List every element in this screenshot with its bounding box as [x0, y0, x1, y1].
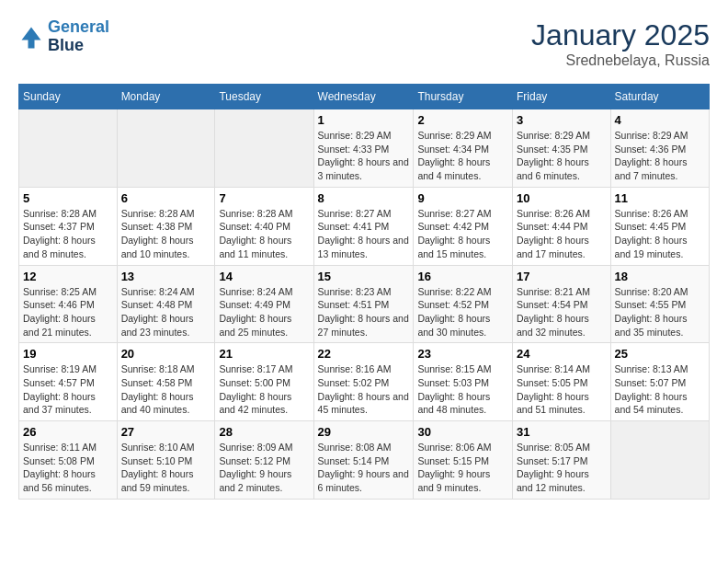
day-number: 29 [318, 425, 410, 439]
day-info: Sunrise: 8:23 AMSunset: 4:51 PMDaylight:… [318, 285, 410, 339]
logo-icon [18, 24, 44, 50]
day-info: Sunrise: 8:20 AMSunset: 4:55 PMDaylight:… [615, 285, 705, 339]
day-number: 2 [417, 113, 508, 127]
calendar-cell: 3Sunrise: 8:29 AMSunset: 4:35 PMDaylight… [512, 109, 610, 188]
day-info: Sunrise: 8:27 AMSunset: 4:42 PMDaylight:… [417, 207, 508, 261]
calendar-cell: 16Sunrise: 8:22 AMSunset: 4:52 PMDayligh… [414, 265, 513, 343]
calendar-cell: 27Sunrise: 8:10 AMSunset: 5:10 PMDayligh… [117, 421, 215, 500]
calendar-cell: 28Sunrise: 8:09 AMSunset: 5:12 PMDayligh… [215, 421, 313, 500]
day-info: Sunrise: 8:21 AMSunset: 4:54 PMDaylight:… [517, 285, 607, 339]
day-number: 17 [517, 270, 607, 283]
weekday-header: Wednesday [313, 85, 414, 109]
day-number: 12 [23, 270, 113, 283]
logo-text: General Blue [48, 18, 109, 55]
day-number: 14 [219, 270, 309, 283]
day-info: Sunrise: 8:29 AMSunset: 4:33 PMDaylight:… [318, 129, 410, 183]
day-number: 20 [121, 347, 211, 361]
calendar-cell [610, 421, 709, 500]
day-info: Sunrise: 8:22 AMSunset: 4:52 PMDaylight:… [417, 285, 508, 339]
calendar-cell: 26Sunrise: 8:11 AMSunset: 5:08 PMDayligh… [19, 421, 118, 500]
day-number: 27 [121, 425, 211, 439]
day-number: 1 [318, 113, 410, 127]
day-info: Sunrise: 8:19 AMSunset: 4:57 PMDaylight:… [23, 362, 113, 417]
day-number: 23 [417, 347, 508, 361]
calendar-cell: 30Sunrise: 8:06 AMSunset: 5:15 PMDayligh… [414, 421, 513, 500]
calendar-week-row: 26Sunrise: 8:11 AMSunset: 5:08 PMDayligh… [19, 421, 710, 500]
day-number: 4 [615, 113, 705, 127]
calendar-cell: 21Sunrise: 8:17 AMSunset: 5:00 PMDayligh… [215, 343, 313, 421]
day-info: Sunrise: 8:26 AMSunset: 4:45 PMDaylight:… [615, 207, 705, 261]
calendar-cell: 7Sunrise: 8:28 AMSunset: 4:40 PMDaylight… [215, 187, 313, 265]
day-number: 9 [417, 191, 508, 205]
day-number: 13 [121, 270, 211, 283]
calendar-cell: 8Sunrise: 8:27 AMSunset: 4:41 PMDaylight… [313, 187, 414, 265]
day-info: Sunrise: 8:16 AMSunset: 5:02 PMDaylight:… [318, 362, 410, 417]
weekday-header: Friday [512, 85, 610, 109]
calendar-cell: 1Sunrise: 8:29 AMSunset: 4:33 PMDaylight… [313, 109, 414, 188]
svg-marker-0 [22, 27, 41, 48]
calendar-cell: 20Sunrise: 8:18 AMSunset: 4:58 PMDayligh… [117, 343, 215, 421]
calendar-cell: 10Sunrise: 8:26 AMSunset: 4:44 PMDayligh… [512, 187, 610, 265]
day-info: Sunrise: 8:17 AMSunset: 5:00 PMDaylight:… [219, 362, 309, 417]
calendar-cell: 31Sunrise: 8:05 AMSunset: 5:17 PMDayligh… [512, 421, 610, 500]
calendar-week-row: 5Sunrise: 8:28 AMSunset: 4:37 PMDaylight… [19, 187, 710, 265]
day-info: Sunrise: 8:28 AMSunset: 4:40 PMDaylight:… [219, 207, 309, 261]
day-info: Sunrise: 8:15 AMSunset: 5:03 PMDaylight:… [417, 362, 508, 417]
calendar-cell: 13Sunrise: 8:24 AMSunset: 4:48 PMDayligh… [117, 265, 215, 343]
day-number: 19 [23, 347, 113, 361]
weekday-header: Thursday [414, 85, 513, 109]
calendar-week-row: 19Sunrise: 8:19 AMSunset: 4:57 PMDayligh… [19, 343, 710, 421]
day-number: 8 [318, 191, 410, 205]
day-number: 3 [517, 113, 607, 127]
calendar-cell: 2Sunrise: 8:29 AMSunset: 4:34 PMDaylight… [414, 109, 513, 188]
day-number: 25 [615, 347, 705, 361]
day-info: Sunrise: 8:06 AMSunset: 5:15 PMDaylight:… [417, 441, 508, 495]
calendar-cell: 14Sunrise: 8:24 AMSunset: 4:49 PMDayligh… [215, 265, 313, 343]
calendar-cell: 4Sunrise: 8:29 AMSunset: 4:36 PMDaylight… [610, 109, 709, 188]
day-number: 7 [219, 191, 309, 205]
day-info: Sunrise: 8:29 AMSunset: 4:36 PMDaylight:… [615, 129, 705, 183]
calendar-cell: 23Sunrise: 8:15 AMSunset: 5:03 PMDayligh… [414, 343, 513, 421]
day-info: Sunrise: 8:26 AMSunset: 4:44 PMDaylight:… [517, 207, 607, 261]
day-info: Sunrise: 8:24 AMSunset: 4:49 PMDaylight:… [219, 285, 309, 339]
day-info: Sunrise: 8:27 AMSunset: 4:41 PMDaylight:… [318, 207, 410, 261]
day-number: 6 [121, 191, 211, 205]
day-number: 11 [615, 191, 705, 205]
calendar-cell: 25Sunrise: 8:13 AMSunset: 5:07 PMDayligh… [610, 343, 709, 421]
calendar-cell [19, 109, 118, 188]
title-block: January 2025 Srednebelaya, Russia [531, 18, 710, 69]
day-number: 16 [417, 270, 508, 283]
weekday-header: Monday [117, 85, 215, 109]
page-header: General Blue January 2025 Srednebelaya, … [18, 18, 710, 69]
weekday-header: Tuesday [215, 85, 313, 109]
calendar-week-row: 1Sunrise: 8:29 AMSunset: 4:33 PMDaylight… [19, 109, 710, 188]
day-info: Sunrise: 8:09 AMSunset: 5:12 PMDaylight:… [219, 441, 309, 495]
day-number: 21 [219, 347, 309, 361]
day-info: Sunrise: 8:18 AMSunset: 4:58 PMDaylight:… [121, 362, 211, 417]
day-number: 18 [615, 270, 705, 283]
calendar-cell: 17Sunrise: 8:21 AMSunset: 4:54 PMDayligh… [512, 265, 610, 343]
day-info: Sunrise: 8:05 AMSunset: 5:17 PMDaylight:… [517, 441, 607, 495]
day-number: 26 [23, 425, 113, 439]
calendar-week-row: 12Sunrise: 8:25 AMSunset: 4:46 PMDayligh… [19, 265, 710, 343]
calendar-cell [215, 109, 313, 188]
calendar-cell: 5Sunrise: 8:28 AMSunset: 4:37 PMDaylight… [19, 187, 118, 265]
day-number: 24 [517, 347, 607, 361]
day-info: Sunrise: 8:14 AMSunset: 5:05 PMDaylight:… [517, 362, 607, 417]
day-info: Sunrise: 8:28 AMSunset: 4:37 PMDaylight:… [23, 207, 113, 261]
day-number: 15 [318, 270, 410, 283]
day-info: Sunrise: 8:29 AMSunset: 4:35 PMDaylight:… [517, 129, 607, 183]
day-info: Sunrise: 8:24 AMSunset: 4:48 PMDaylight:… [121, 285, 211, 339]
day-number: 31 [517, 425, 607, 439]
day-info: Sunrise: 8:11 AMSunset: 5:08 PMDaylight:… [23, 441, 113, 495]
calendar-title: January 2025 [531, 18, 710, 52]
day-number: 30 [417, 425, 508, 439]
calendar-cell: 22Sunrise: 8:16 AMSunset: 5:02 PMDayligh… [313, 343, 414, 421]
day-info: Sunrise: 8:08 AMSunset: 5:14 PMDaylight:… [318, 441, 410, 495]
calendar-cell: 29Sunrise: 8:08 AMSunset: 5:14 PMDayligh… [313, 421, 414, 500]
calendar-cell: 12Sunrise: 8:25 AMSunset: 4:46 PMDayligh… [19, 265, 118, 343]
calendar-cell: 9Sunrise: 8:27 AMSunset: 4:42 PMDaylight… [414, 187, 513, 265]
day-number: 5 [23, 191, 113, 205]
calendar-cell: 6Sunrise: 8:28 AMSunset: 4:38 PMDaylight… [117, 187, 215, 265]
calendar-cell: 24Sunrise: 8:14 AMSunset: 5:05 PMDayligh… [512, 343, 610, 421]
